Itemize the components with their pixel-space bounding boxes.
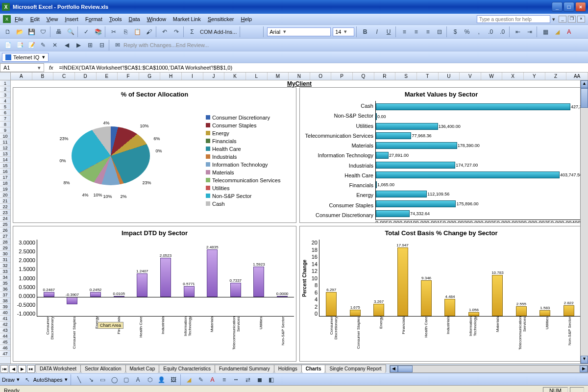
row-header[interactable]: 9 xyxy=(0,127,10,133)
column-header[interactable]: N xyxy=(289,73,310,80)
chart-market-values[interactable]: Market Values by Sector CashNon-S&P Sect… xyxy=(299,87,583,223)
comma-icon[interactable]: , xyxy=(473,26,484,37)
increase-indent-icon[interactable]: ⇥ xyxy=(524,26,535,37)
select-objects-icon[interactable]: ↖ xyxy=(22,374,33,385)
row-header[interactable]: 47 xyxy=(0,351,10,357)
row-header[interactable]: 3 xyxy=(0,92,10,98)
sheet-tab[interactable]: Holdings xyxy=(274,365,302,373)
row-header[interactable]: 32 xyxy=(0,263,10,269)
review-icon-6[interactable]: ◀ xyxy=(61,40,72,50)
column-header[interactable]: T xyxy=(417,73,439,80)
row-header[interactable]: 19 xyxy=(0,186,10,192)
clipart-icon[interactable]: 👤 xyxy=(156,374,167,385)
chart-sector-allocation[interactable]: % of Sector Allocation 4% 10% 6% 0% 23% … xyxy=(13,87,296,223)
column-header[interactable]: A xyxy=(11,73,32,80)
row-header[interactable]: 38 xyxy=(0,298,10,304)
column-header[interactable]: O xyxy=(310,73,332,80)
menu-format[interactable]: Format xyxy=(85,16,102,22)
doc-restore-button[interactable]: ❐ xyxy=(568,16,576,23)
arrow-style-icon[interactable]: ⇄ xyxy=(243,374,253,385)
sheet-tab[interactable]: DATA Worksheet xyxy=(35,365,81,373)
column-header[interactable]: L xyxy=(246,73,268,80)
diagram-icon[interactable]: ⬡ xyxy=(145,374,155,385)
row-header[interactable]: 44 xyxy=(0,333,10,339)
bold-icon[interactable]: B xyxy=(360,26,370,37)
row-header[interactable]: 4 xyxy=(0,98,10,104)
font-color-draw-icon[interactable]: A xyxy=(207,374,218,385)
sheet-tab[interactable]: Equity Characteristics xyxy=(159,365,215,373)
doc-minimize-button[interactable]: _ xyxy=(559,16,566,23)
chart-impact-dtd[interactable]: Impact DTD by Sector 3.00002.50002.00001… xyxy=(13,226,296,362)
row-header[interactable]: 36 xyxy=(0,286,10,292)
fx-button[interactable]: fx xyxy=(49,65,53,71)
draw-menu[interactable]: Draw xyxy=(2,377,15,383)
row-header[interactable]: 43 xyxy=(0,327,10,333)
row-header[interactable]: 14 xyxy=(0,157,10,163)
row-header[interactable]: 26 xyxy=(0,227,10,233)
cut-icon[interactable]: ✂ xyxy=(108,26,119,37)
column-header[interactable]: AA xyxy=(566,73,588,80)
fill-color-draw-icon[interactable]: ◢ xyxy=(184,374,195,385)
row-header[interactable]: 40 xyxy=(0,310,10,316)
decrease-decimal-icon[interactable]: .0 xyxy=(497,26,508,37)
help-search-input[interactable] xyxy=(477,15,550,23)
review-icon-8[interactable]: ⊞ xyxy=(85,40,96,50)
column-header[interactable]: Q xyxy=(353,73,374,80)
column-header[interactable]: K xyxy=(224,73,246,80)
row-header[interactable]: 15 xyxy=(0,163,10,169)
menu-market-link[interactable]: Market Link xyxy=(173,16,201,22)
line-style-icon[interactable]: ≡ xyxy=(219,374,230,385)
review-icon-2[interactable]: 📑 xyxy=(14,40,25,50)
row-header[interactable]: 18 xyxy=(0,180,10,186)
row-header[interactable]: 8 xyxy=(0,122,10,127)
row-header[interactable]: 11 xyxy=(0,139,10,145)
column-header[interactable]: H xyxy=(160,73,182,80)
picture-icon[interactable]: 🖼 xyxy=(168,374,179,385)
save-icon[interactable]: 💾 xyxy=(26,26,37,37)
review-icon-10[interactable]: ✉ xyxy=(112,40,123,50)
doc-close-button[interactable]: × xyxy=(577,16,585,23)
review-icon-4[interactable]: ✎ xyxy=(38,40,49,50)
tab-next-icon[interactable]: ▶ xyxy=(18,365,26,373)
sheet-tab[interactable]: Single Company Report xyxy=(325,365,386,373)
merge-center-icon[interactable]: ⊟ xyxy=(434,26,445,37)
column-header[interactable]: M xyxy=(268,73,289,80)
increase-decimal-icon[interactable]: .0 xyxy=(485,26,496,37)
row-header[interactable]: 31 xyxy=(0,257,10,263)
column-header[interactable]: E xyxy=(97,73,118,80)
row-header[interactable]: 27 xyxy=(0,233,10,239)
menu-window[interactable]: Window xyxy=(147,16,166,22)
column-header[interactable]: B xyxy=(32,73,54,80)
menu-edit[interactable]: Edit xyxy=(30,16,40,22)
permission-icon[interactable]: 🛡 xyxy=(38,26,49,37)
sheet-tab[interactable]: Sector Allocation xyxy=(80,365,126,373)
row-header[interactable]: 17 xyxy=(0,174,10,180)
line-icon[interactable]: ╲ xyxy=(74,374,85,385)
redo-icon[interactable]: ↷ xyxy=(171,26,182,37)
menu-help[interactable]: Help xyxy=(241,16,252,22)
column-header[interactable]: U xyxy=(439,73,460,80)
align-left-icon[interactable]: ≡ xyxy=(399,26,410,37)
row-header[interactable]: 7 xyxy=(0,116,10,122)
currency-icon[interactable]: $ xyxy=(450,26,461,37)
review-icon-1[interactable]: 📄 xyxy=(2,40,13,50)
vertical-scrollbar[interactable]: ▲ ▼ xyxy=(580,80,588,364)
help-dropdown-icon[interactable]: ▾ xyxy=(552,16,555,23)
maximize-button[interactable]: □ xyxy=(564,2,574,12)
column-header[interactable]: F xyxy=(118,73,139,80)
chart-total-cost-basis[interactable]: Total Cost Basis % Change by Sector Perc… xyxy=(299,226,583,362)
row-header[interactable]: 23 xyxy=(0,210,10,216)
row-header[interactable]: 24 xyxy=(0,216,10,221)
tab-prev-icon[interactable]: ◀ xyxy=(9,365,17,373)
minimize-button[interactable]: _ xyxy=(552,2,563,12)
column-header[interactable]: P xyxy=(331,73,353,80)
review-icon-9[interactable]: ⊟ xyxy=(97,40,107,50)
arrow-icon[interactable]: ↘ xyxy=(86,374,97,385)
tab-first-icon[interactable]: ⏮ xyxy=(0,365,8,373)
row-header[interactable]: 6 xyxy=(0,110,10,116)
align-center-icon[interactable]: ≡ xyxy=(411,26,421,37)
line-color-icon[interactable]: ✎ xyxy=(196,374,206,385)
column-header[interactable]: S xyxy=(395,73,417,80)
review-icon-7[interactable]: ▶ xyxy=(73,40,84,50)
paste-icon[interactable]: 📋 xyxy=(132,26,143,37)
